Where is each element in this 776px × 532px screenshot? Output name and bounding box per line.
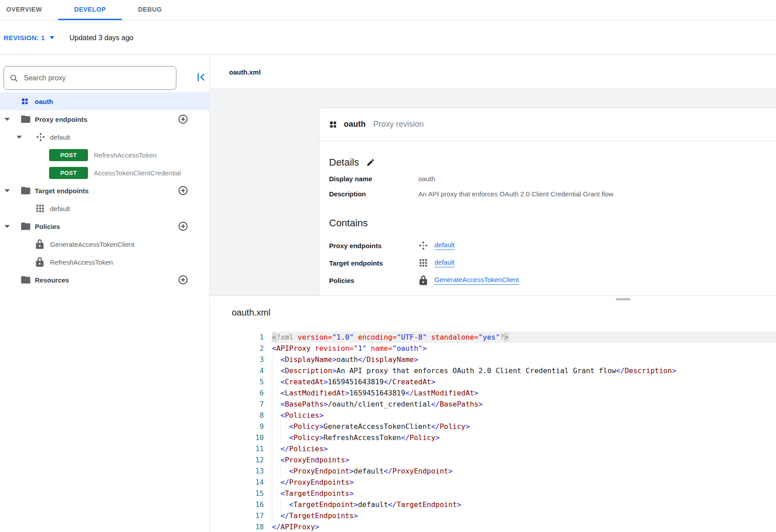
- tree-row-target-endpoints[interactable]: Target endpoints: [0, 182, 209, 200]
- description-row: Description An API proxy that enforces O…: [329, 189, 765, 199]
- tree-label-resources: Resources: [35, 276, 69, 284]
- display-name-value: oauth: [418, 174, 435, 184]
- tree-label-proxy-endpoints: Proxy endpoints: [35, 116, 88, 123]
- tree-row-resources[interactable]: Resources: [0, 271, 209, 289]
- folder-icon: [21, 116, 30, 123]
- code-line: 4 <Description>An API proxy that enforce…: [210, 365, 776, 376]
- card-subtitle: Proxy revision: [373, 120, 424, 129]
- code-line: 16 <TargetEndpoint>default</TargetEndpoi…: [210, 499, 776, 510]
- tree-row-refresh-access-token-policy[interactable]: RefreshAccessToken: [0, 253, 209, 271]
- search-proxy-input[interactable]: [23, 74, 171, 83]
- tab-overview[interactable]: OVERVIEW: [0, 0, 58, 20]
- add-target-endpoint-button[interactable]: [178, 186, 188, 195]
- caret-down-icon[interactable]: [4, 118, 10, 121]
- policy-lock-icon: [36, 239, 44, 249]
- details-heading: Details: [329, 156, 359, 169]
- line-number: 11: [210, 443, 264, 454]
- contains-proxy-endpoints-label: Proxy endpoints: [329, 242, 418, 249]
- collapse-panel-icon[interactable]: [196, 71, 207, 83]
- proxy-endpoint-icon: [418, 241, 428, 250]
- details-heading-row: Details: [329, 156, 765, 169]
- file-header: oauth.xml: [210, 55, 776, 89]
- line-number: 13: [210, 466, 264, 477]
- line-number: 17: [210, 510, 264, 521]
- line-number: 1: [210, 332, 264, 343]
- code-line: 10 <Policy>RefreshAccessToken</Policy>: [210, 432, 776, 443]
- tree-row-generate-access-token-client-policy[interactable]: GenerateAccessTokenClient: [0, 235, 209, 253]
- tab-develop[interactable]: DEVELOP: [58, 0, 122, 20]
- caret-down-icon[interactable]: [4, 189, 10, 192]
- indent-guide: [272, 510, 272, 521]
- tree-label-default-proxy: default: [50, 133, 70, 141]
- policy-lock-icon: [36, 257, 44, 267]
- target-endpoint-default-link[interactable]: default: [434, 258, 455, 267]
- indent-guide: [272, 376, 272, 387]
- tree-label-refresh-access-token: RefreshAccessToken: [94, 151, 157, 159]
- indent-guide: [272, 354, 272, 365]
- revision-label: REVISION: 1: [4, 34, 45, 42]
- indent-guide: [272, 432, 272, 443]
- code-line: 15 <TargetEndpoints>: [210, 488, 776, 499]
- caret-down-icon[interactable]: [17, 136, 22, 139]
- line-number: 2: [210, 343, 264, 354]
- line-number: 5: [210, 376, 264, 387]
- tree-row-access-token-client-credential-flow[interactable]: POST AccessTokenClientCredential: [0, 164, 209, 182]
- indent-guide: [272, 477, 272, 488]
- code-editor[interactable]: 1<?xml version="1.0" encoding="UTF-8" st…: [210, 332, 776, 532]
- code-line: 17 </TargetEndpoints>: [210, 510, 776, 521]
- card-header: oauth Proxy revision: [319, 108, 776, 141]
- tree-row-policies[interactable]: Policies: [0, 217, 209, 235]
- contains-heading: Contains: [329, 217, 368, 229]
- line-number: 4: [210, 365, 264, 376]
- code-line: 5 <CreatedAt>1659451643819</CreatedAt>: [210, 376, 776, 387]
- tree-label-refresh-access-token-policy: RefreshAccessToken: [50, 258, 113, 266]
- target-endpoint-icon: [418, 258, 428, 267]
- indent-guide: [272, 499, 272, 510]
- caret-down-icon[interactable]: [4, 225, 10, 228]
- code-line: 8 <Policies>: [210, 410, 776, 421]
- tab-debug[interactable]: DEBUG: [122, 0, 178, 20]
- contains-policies-row: Policies GenerateAccessTokenClient: [329, 275, 765, 286]
- last-updated-text: Updated 3 days ago: [70, 34, 134, 42]
- apigee-proxy-editor: OVERVIEW DEVELOP DEBUG REVISION: 1 Updat…: [0, 0, 776, 532]
- folder-icon: [21, 187, 30, 195]
- indent-guide: [272, 387, 272, 399]
- revision-selector[interactable]: REVISION: 1: [4, 34, 54, 42]
- code-line: 13 <ProxyEndpoint>default</ProxyEndpoint…: [210, 466, 776, 477]
- tree-row-proxy-endpoint-default[interactable]: default: [0, 128, 209, 146]
- indent-guide: [272, 421, 272, 432]
- search-proxy-box[interactable]: [4, 66, 176, 90]
- sidebar-search-area: [0, 55, 209, 90]
- target-endpoint-icon: [36, 204, 45, 213]
- display-name-row: Display name oauth: [329, 174, 765, 184]
- method-badge-post: POST: [49, 167, 88, 179]
- code-panel: oauth.xml 1<?xml version="1.0" encoding=…: [210, 295, 776, 532]
- line-number: 10: [210, 432, 264, 443]
- revision-bar: REVISION: 1 Updated 3 days ago: [0, 21, 776, 55]
- indent-guide: [272, 454, 272, 466]
- edit-pencil-icon[interactable]: [366, 158, 375, 167]
- add-policy-button[interactable]: [178, 221, 188, 231]
- add-proxy-endpoint-button[interactable]: [178, 114, 188, 124]
- contains-target-endpoints-label: Target endpoints: [329, 259, 418, 267]
- indent-guide: [272, 488, 272, 499]
- code-line: 6 <LastModifiedAt>1659451643819</LastMod…: [210, 387, 776, 399]
- code-line: 2<APIProxy revision="1" name="oauth">: [210, 343, 776, 354]
- tree-label-oauth: oauth: [35, 98, 53, 105]
- code-line: 11 </Policies>: [210, 443, 776, 454]
- add-resource-button[interactable]: [178, 275, 188, 285]
- code-line: 7 <BasePaths>/oauth/client_credential</B…: [210, 399, 776, 410]
- panel-resize-handle[interactable]: [616, 298, 630, 300]
- indent-guide: [272, 443, 272, 454]
- display-name-label: Display name: [329, 174, 418, 184]
- tree-row-oauth[interactable]: oauth: [0, 92, 209, 110]
- tree-row-proxy-endpoints[interactable]: Proxy endpoints: [0, 110, 209, 128]
- line-number: 3: [210, 354, 264, 365]
- line-number: 16: [210, 499, 264, 510]
- policy-generate-access-token-client-link[interactable]: GenerateAccessTokenClient: [434, 276, 519, 285]
- proxy-endpoint-default-link[interactable]: default: [434, 241, 455, 250]
- tree-row-refresh-access-token-flow[interactable]: POST RefreshAccessToken: [0, 146, 209, 164]
- tree-row-target-endpoint-default[interactable]: default: [0, 200, 209, 217]
- proxy-tree-sidebar: oauth Proxy endpoints: [0, 55, 210, 532]
- line-number: 8: [210, 410, 264, 421]
